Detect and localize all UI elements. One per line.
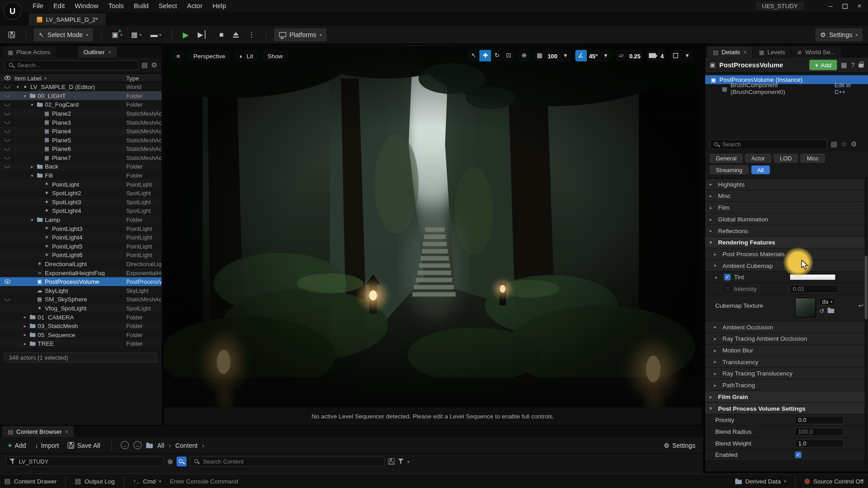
expand-arrow-icon[interactable]: ▾ [29,102,36,107]
blueprint-icon[interactable]: ▦ [841,61,847,69]
visibility-eye-icon[interactable] [0,233,14,242]
visibility-eye-icon[interactable] [0,206,14,216]
outliner-row-tree[interactable]: ▸TREEFolder [0,339,162,348]
expand-arrow-icon[interactable]: ▾ [14,84,21,89]
visibility-eye-icon[interactable] [0,180,14,189]
expand-arrow-icon[interactable]: ▾ [29,217,36,222]
close-icon[interactable]: × [65,428,68,434]
play-options-button[interactable]: ⋮ [245,30,258,38]
platforms-dropdown[interactable]: Platforms ▾ [274,28,326,41]
details-section-ambient-occlusion[interactable]: Ambient Occlusion [705,321,868,333]
derived-data-button[interactable]: Derived Data ▾ [736,478,786,484]
move-tool-icon[interactable]: ✚ [480,50,491,61]
settings-dropdown[interactable]: ⚙ Settings ▾ [815,28,863,41]
add-component-button[interactable]: + Add [809,60,837,70]
outliner-search-input[interactable]: Search... [5,60,138,70]
visibility-eye-icon[interactable] [0,197,14,206]
visibility-eye-icon[interactable] [0,286,14,295]
cb-search-input[interactable]: Search Content [190,456,385,466]
filter-streaming[interactable]: Streaming [710,165,749,174]
content-drawer-button[interactable]: ▤ Content Drawer [5,477,57,485]
expand-arrow-icon[interactable]: ▸ [22,341,28,346]
details-section-highlights[interactable]: Highlights [705,179,868,191]
eject-button[interactable] [230,31,242,38]
select-mode-dropdown[interactable]: ↖ Select Mode ▾ [34,28,93,41]
outliner-row-skylight[interactable]: SkyLightSkyLight [0,286,162,295]
intensity-value-input[interactable]: 0.03 [789,285,838,293]
outliner-row-00-light[interactable]: ▾00_LIGHTFolder [0,91,162,100]
expand-arrow-icon[interactable]: ▸ [715,275,721,280]
visibility-eye-icon[interactable] [0,153,14,162]
outliner-row-back[interactable]: ▸BackFolder [0,162,162,171]
skip-button[interactable]: ▶▏ [195,30,213,38]
lock-icon[interactable] [859,61,863,69]
outliner-settings-icon[interactable]: ⚙ [151,61,157,69]
enabled-checkbox[interactable] [795,451,802,458]
tab-outliner[interactable]: Outliner × [78,47,117,57]
outliner-row-pointlight5[interactable]: PointLight5PointLight [0,242,162,251]
visibility-eye-icon[interactable] [0,304,14,313]
minimize-button[interactable]: – [829,2,832,10]
cubemap-texture-thumbnail[interactable] [795,298,816,318]
expand-arrow-icon[interactable]: ▾ [22,93,28,98]
visibility-eye-icon[interactable] [0,259,14,268]
outliner-row-plane6[interactable]: Plane6StaticMeshAc [0,145,162,154]
chevron-down-icon[interactable]: ▾ [560,50,571,61]
visibility-eye-icon[interactable] [0,145,14,154]
blend-weight-value-input[interactable]: 1.0 [795,439,844,447]
outliner-row-pointlight6[interactable]: PointLight6PointLight [0,251,162,260]
outliner-row-vfog-spotlight[interactable]: Vfog_SpotLightSpotLight [0,304,162,313]
tab-level-asset[interactable]: LV_SAMPLE_D_2* [29,13,106,25]
visibility-eye-icon[interactable] [0,242,14,251]
scale-snap-control[interactable]: ▱ 0.25 [615,50,643,61]
cinematics-dropdown[interactable]: ▬▾ [148,30,164,38]
details-search-input[interactable]: Search [710,140,827,150]
console-command-input[interactable]: Enter Console Command [170,478,238,484]
filter-all[interactable]: All [751,165,769,174]
menu-select[interactable]: Select [154,2,182,10]
outliner-row-02-fogcard[interactable]: ▾02_FogCardFolder [0,100,162,109]
outliner-row-lamp[interactable]: ▾LampFolder [0,215,162,224]
help-icon[interactable]: ? [851,61,854,69]
menu-file[interactable]: File [28,2,48,10]
expand-arrow-icon[interactable]: ▸ [22,324,28,328]
outliner-row-plane5[interactable]: Plane5StaticMeshAc [0,136,162,145]
outliner-row-postprocessvolume[interactable]: PostProcessVolumePostProcessV [0,277,162,286]
breadcrumb-all[interactable]: All [157,442,165,449]
forward-button[interactable]: → [133,441,142,449]
outliner-row-pointlight4[interactable]: PointLight4PointLight [0,233,162,242]
visibility-eye-icon[interactable] [0,136,14,145]
cb-search-toggle-button[interactable] [176,456,186,466]
close-button[interactable]: × [858,2,862,10]
expand-arrow-icon[interactable]: ▾ [29,173,36,178]
cb-import-button[interactable]: ↓ Import [33,442,61,449]
breadcrumb-content[interactable]: Content [175,442,198,449]
visibility-eye-icon[interactable] [0,251,14,260]
outliner-row-plane3[interactable]: Plane3StaticMeshAc [0,118,162,127]
visibility-eye-icon[interactable] [0,330,14,339]
visibility-eye-icon[interactable] [0,82,14,91]
visibility-eye-icon[interactable] [0,277,14,286]
details-section-film[interactable]: Film [705,202,868,214]
select-tool-icon[interactable]: ↖ [468,50,480,61]
outliner-row-exponentialheightfog[interactable]: ExponentialHeightFogExponentialHe [0,268,162,277]
details-section-motion-blur[interactable]: Motion Blur [705,345,868,357]
outliner-row-spotlight4[interactable]: SpotLight4SpotLight [0,206,162,216]
unreal-logo-icon[interactable]: U [3,2,21,20]
visibility-eye-icon[interactable] [0,109,14,118]
camera-speed-control[interactable]: 4 [646,50,666,61]
outliner-row-spotlight2[interactable]: SpotLight2SpotLight [0,189,162,198]
menu-build[interactable]: Build [129,2,154,10]
outliner-row-fill[interactable]: ▾FillFolder [0,171,162,180]
add-actor-dropdown[interactable]: ▣▾ [109,30,125,38]
outliner-column-header[interactable]: Item Label ▲ Type [0,73,162,83]
cb-save-all-button[interactable]: Save All [66,442,103,449]
details-section-misc[interactable]: Misc [705,190,868,202]
rotate-tool-icon[interactable]: ↻ [491,50,503,61]
visibility-eye-icon[interactable] [0,100,14,109]
outliner-row-lv-sample-d-editor-[interactable]: ▾LV_SAMPLE_D (Editor)World [0,82,162,91]
menu-window[interactable]: Window [70,2,103,10]
edit-in-cpp-link[interactable]: Edit in C++ [835,82,863,95]
cubemap-asset-dropdown[interactable]: da ▾ [819,298,835,305]
filters-dropdown-icon[interactable] [398,459,404,464]
